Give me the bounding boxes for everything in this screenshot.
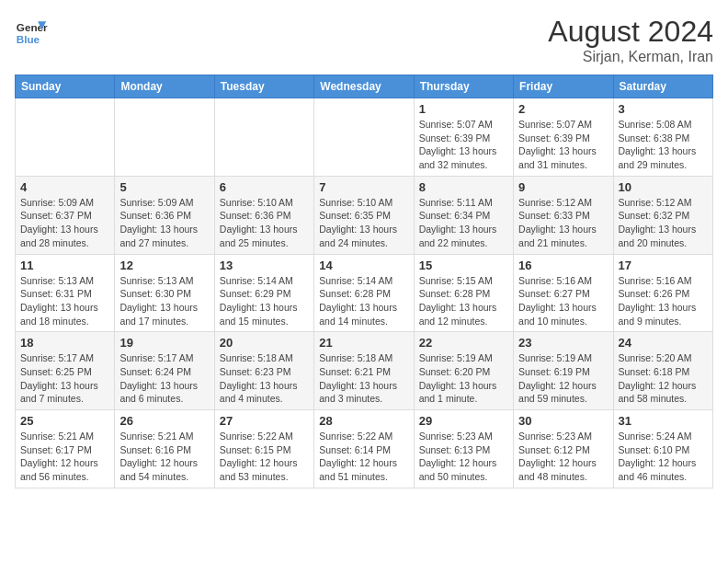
day-info: Sunrise: 5:13 AM Sunset: 6:30 PM Dayligh…: [119, 274, 209, 328]
day-number: 3: [619, 102, 708, 116]
calendar-week-row: 25Sunrise: 5:21 AM Sunset: 6:17 PM Dayli…: [16, 410, 713, 488]
day-number: 15: [419, 259, 508, 272]
day-info: Sunrise: 5:19 AM Sunset: 6:20 PM Dayligh…: [419, 351, 508, 406]
day-number: 11: [20, 259, 109, 272]
location-subtitle: Sirjan, Kerman, Iran: [548, 49, 713, 65]
day-info: Sunrise: 5:07 AM Sunset: 6:39 PM Dayligh…: [419, 118, 508, 172]
calendar-cell: 31Sunrise: 5:24 AM Sunset: 6:10 PM Dayli…: [613, 410, 712, 488]
day-info: Sunrise: 5:09 AM Sunset: 6:36 PM Dayligh…: [119, 196, 209, 250]
days-of-week-row: SundayMondayTuesdayWednesdayThursdayFrid…: [16, 75, 713, 98]
day-info: Sunrise: 5:21 AM Sunset: 6:16 PM Dayligh…: [119, 430, 209, 484]
calendar-cell: 22Sunrise: 5:19 AM Sunset: 6:20 PM Dayli…: [414, 332, 513, 410]
day-info: Sunrise: 5:22 AM Sunset: 6:15 PM Dayligh…: [220, 430, 309, 484]
calendar-cell: 9Sunrise: 5:12 AM Sunset: 6:33 PM Daylig…: [514, 176, 613, 254]
day-info: Sunrise: 5:11 AM Sunset: 6:34 PM Dayligh…: [419, 196, 508, 250]
calendar-cell: 15Sunrise: 5:15 AM Sunset: 6:28 PM Dayli…: [414, 254, 513, 332]
day-info: Sunrise: 5:12 AM Sunset: 6:32 PM Dayligh…: [619, 196, 708, 250]
calendar-cell: 21Sunrise: 5:18 AM Sunset: 6:21 PM Dayli…: [314, 332, 414, 410]
calendar-cell: 17Sunrise: 5:16 AM Sunset: 6:26 PM Dayli…: [613, 254, 712, 332]
calendar-cell: [314, 98, 414, 177]
day-info: Sunrise: 5:14 AM Sunset: 6:29 PM Dayligh…: [220, 274, 309, 328]
day-header-monday: Monday: [115, 75, 214, 98]
calendar-cell: 2Sunrise: 5:07 AM Sunset: 6:39 PM Daylig…: [514, 98, 613, 177]
day-number: 21: [319, 336, 408, 350]
day-number: 4: [20, 180, 109, 194]
day-number: 25: [20, 414, 109, 428]
day-number: 24: [619, 336, 708, 350]
day-header-sunday: Sunday: [16, 75, 115, 98]
calendar-week-row: 18Sunrise: 5:17 AM Sunset: 6:25 PM Dayli…: [16, 332, 713, 410]
day-number: 29: [419, 414, 508, 428]
day-info: Sunrise: 5:18 AM Sunset: 6:23 PM Dayligh…: [220, 351, 309, 406]
day-number: 6: [220, 180, 309, 194]
page-header: General Blue August 2024 Sirjan, Kerman,…: [15, 15, 713, 65]
day-info: Sunrise: 5:13 AM Sunset: 6:31 PM Dayligh…: [20, 274, 109, 328]
day-number: 1: [419, 102, 508, 116]
day-number: 2: [518, 102, 608, 116]
day-header-wednesday: Wednesday: [314, 75, 414, 98]
day-number: 20: [220, 336, 309, 350]
day-number: 5: [119, 180, 209, 194]
day-info: Sunrise: 5:08 AM Sunset: 6:38 PM Dayligh…: [619, 118, 708, 172]
day-number: 30: [518, 414, 608, 428]
calendar-cell: 25Sunrise: 5:21 AM Sunset: 6:17 PM Dayli…: [16, 410, 115, 488]
day-number: 26: [119, 414, 209, 428]
day-number: 19: [119, 336, 209, 350]
day-number: 14: [319, 259, 408, 272]
day-header-tuesday: Tuesday: [214, 75, 313, 98]
logo-icon: General Blue: [15, 15, 48, 48]
day-info: Sunrise: 5:20 AM Sunset: 6:18 PM Dayligh…: [619, 351, 708, 406]
day-number: 18: [20, 336, 109, 350]
calendar-cell: [16, 98, 115, 177]
day-info: Sunrise: 5:17 AM Sunset: 6:25 PM Dayligh…: [20, 351, 109, 406]
calendar-cell: 30Sunrise: 5:23 AM Sunset: 6:12 PM Dayli…: [514, 410, 613, 488]
day-number: 8: [419, 180, 508, 194]
calendar-body: 1Sunrise: 5:07 AM Sunset: 6:39 PM Daylig…: [16, 98, 713, 488]
calendar-cell: 3Sunrise: 5:08 AM Sunset: 6:38 PM Daylig…: [613, 98, 712, 177]
day-info: Sunrise: 5:10 AM Sunset: 6:36 PM Dayligh…: [220, 196, 309, 250]
calendar-week-row: 4Sunrise: 5:09 AM Sunset: 6:37 PM Daylig…: [16, 176, 713, 254]
day-header-thursday: Thursday: [414, 75, 513, 98]
day-info: Sunrise: 5:16 AM Sunset: 6:26 PM Dayligh…: [619, 274, 708, 328]
day-info: Sunrise: 5:07 AM Sunset: 6:39 PM Dayligh…: [518, 118, 608, 172]
calendar-cell: 27Sunrise: 5:22 AM Sunset: 6:15 PM Dayli…: [214, 410, 313, 488]
calendar-cell: 26Sunrise: 5:21 AM Sunset: 6:16 PM Dayli…: [115, 410, 214, 488]
day-header-saturday: Saturday: [613, 75, 712, 98]
calendar-cell: 28Sunrise: 5:22 AM Sunset: 6:14 PM Dayli…: [314, 410, 414, 488]
calendar-cell: 7Sunrise: 5:10 AM Sunset: 6:35 PM Daylig…: [314, 176, 414, 254]
month-year-title: August 2024: [548, 15, 713, 49]
day-number: 7: [319, 180, 408, 194]
day-number: 10: [619, 180, 708, 194]
calendar-cell: 24Sunrise: 5:20 AM Sunset: 6:18 PM Dayli…: [613, 332, 712, 410]
calendar-cell: 11Sunrise: 5:13 AM Sunset: 6:31 PM Dayli…: [16, 254, 115, 332]
calendar-week-row: 1Sunrise: 5:07 AM Sunset: 6:39 PM Daylig…: [16, 98, 713, 177]
calendar-cell: [115, 98, 214, 177]
day-info: Sunrise: 5:23 AM Sunset: 6:12 PM Dayligh…: [518, 430, 608, 484]
day-number: 22: [419, 336, 508, 350]
calendar-cell: 8Sunrise: 5:11 AM Sunset: 6:34 PM Daylig…: [414, 176, 513, 254]
calendar-cell: 18Sunrise: 5:17 AM Sunset: 6:25 PM Dayli…: [16, 332, 115, 410]
day-number: 28: [319, 414, 408, 428]
calendar-cell: 20Sunrise: 5:18 AM Sunset: 6:23 PM Dayli…: [214, 332, 313, 410]
day-number: 13: [220, 259, 309, 272]
day-info: Sunrise: 5:09 AM Sunset: 6:37 PM Dayligh…: [20, 196, 109, 250]
title-block: August 2024 Sirjan, Kerman, Iran: [548, 15, 713, 65]
calendar-cell: 12Sunrise: 5:13 AM Sunset: 6:30 PM Dayli…: [115, 254, 214, 332]
day-info: Sunrise: 5:22 AM Sunset: 6:14 PM Dayligh…: [319, 430, 408, 484]
calendar-cell: 13Sunrise: 5:14 AM Sunset: 6:29 PM Dayli…: [214, 254, 313, 332]
logo: General Blue: [15, 15, 48, 48]
day-info: Sunrise: 5:17 AM Sunset: 6:24 PM Dayligh…: [119, 351, 209, 406]
day-info: Sunrise: 5:19 AM Sunset: 6:19 PM Dayligh…: [518, 351, 608, 406]
calendar-cell: 6Sunrise: 5:10 AM Sunset: 6:36 PM Daylig…: [214, 176, 313, 254]
day-number: 23: [518, 336, 608, 350]
day-number: 12: [119, 259, 209, 272]
day-info: Sunrise: 5:14 AM Sunset: 6:28 PM Dayligh…: [319, 274, 408, 328]
day-info: Sunrise: 5:21 AM Sunset: 6:17 PM Dayligh…: [20, 430, 109, 484]
day-info: Sunrise: 5:16 AM Sunset: 6:27 PM Dayligh…: [518, 274, 608, 328]
calendar-cell: [214, 98, 313, 177]
calendar-cell: 1Sunrise: 5:07 AM Sunset: 6:39 PM Daylig…: [414, 98, 513, 177]
day-number: 17: [619, 259, 708, 272]
day-info: Sunrise: 5:15 AM Sunset: 6:28 PM Dayligh…: [419, 274, 508, 328]
day-number: 27: [220, 414, 309, 428]
svg-text:Blue: Blue: [17, 33, 40, 45]
